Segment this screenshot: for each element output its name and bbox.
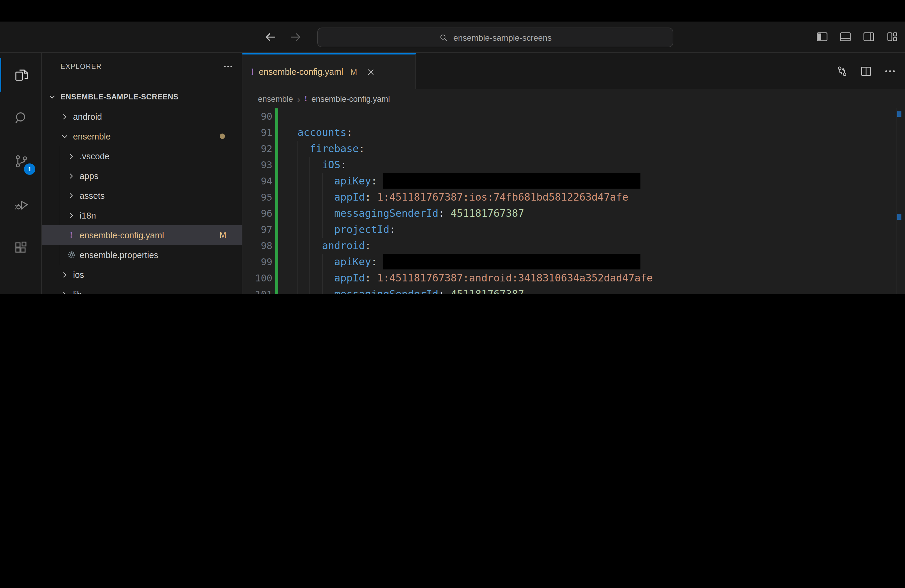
colon: : <box>359 143 365 154</box>
overview-ruler[interactable] <box>896 108 905 294</box>
command-center-search[interactable]: ensemble-sample-screens <box>317 27 673 47</box>
search-icon <box>13 110 29 126</box>
item-label: apps <box>79 171 98 181</box>
code-line-90[interactable]: 90 <box>243 108 905 124</box>
line-number: 95 <box>243 189 272 205</box>
toggle-secondary-sidebar-icon[interactable] <box>862 30 876 44</box>
tree-root-ensemble-sample-screens[interactable]: ENSEMBLE-SAMPLE-SCREENS <box>42 87 242 106</box>
colon: : <box>438 207 451 219</box>
breadcrumb-file[interactable]: ensemble-config.yaml <box>311 94 390 103</box>
toggle-primary-sidebar-icon[interactable] <box>815 30 829 44</box>
tree-item-lib[interactable]: lib <box>42 284 242 294</box>
tab-ensemble-config-yaml[interactable]: ! ensemble-config.yaml M <box>243 53 416 89</box>
colon: : <box>340 159 346 171</box>
extensions-icon <box>13 239 29 255</box>
git-added-gutter <box>275 157 278 173</box>
tab-modified-badge: M <box>351 67 357 76</box>
code-editor[interactable]: 90 91 accounts: 92 firebase: 93 iOS: 94 <box>243 108 905 294</box>
chevron-down-icon <box>60 132 70 141</box>
search-label: ensemble-sample-screens <box>453 33 552 42</box>
activitybar-search[interactable] <box>0 96 42 140</box>
activity-bar: 1 <box>0 53 42 294</box>
chevron-down-icon <box>47 92 57 102</box>
code-line-91[interactable]: 91 accounts: <box>243 124 905 141</box>
code-line-94[interactable]: 94 apiKey: <box>243 173 905 189</box>
layout-controls <box>815 22 899 52</box>
tab-bar: ! ensemble-config.yaml M <box>243 53 905 89</box>
yaml-key: messagingSenderId <box>334 288 438 294</box>
tree-item-ensemble-properties[interactable]: ensemble.properties <box>42 245 242 265</box>
activitybar-explorer[interactable] <box>0 53 42 96</box>
customize-layout-icon[interactable] <box>885 30 899 44</box>
chevron-right-icon <box>67 191 76 200</box>
history-nav <box>264 22 303 52</box>
tree-item-i18n[interactable]: i18n <box>42 205 242 225</box>
tree-item-ios[interactable]: ios <box>42 265 242 284</box>
colon: : <box>389 223 395 235</box>
yaml-key: iOS <box>322 159 340 171</box>
yaml-key: messagingSenderId <box>334 207 438 219</box>
yaml-key: apiKey <box>334 175 371 187</box>
tree-item-android[interactable]: android <box>42 106 242 126</box>
code-line-95[interactable]: 95 appId: 1:451181767387:ios:74fb681bd58… <box>243 189 905 205</box>
explorer-title: EXPLORER <box>60 63 102 70</box>
chevron-right-icon <box>67 151 76 161</box>
yaml-key: accounts <box>297 126 346 138</box>
overview-mark <box>897 111 902 117</box>
tree-item-ensemble-config-yaml[interactable]: ! ensemble-config.yaml M <box>42 225 242 245</box>
tree-item-apps[interactable]: apps <box>42 166 242 186</box>
yaml-value: 1:451181767387:ios:74fb681bd5812263d47af… <box>377 191 628 203</box>
back-arrow-icon[interactable] <box>264 30 278 44</box>
tree-item-vscode[interactable]: .vscode <box>42 146 242 166</box>
explorer-sidebar: EXPLORER ENSEMBLE-SAMPLE-SCREENS android <box>42 53 243 294</box>
tree-item-ensemble[interactable]: ensemble <box>42 126 242 146</box>
split-editor-icon[interactable] <box>859 65 873 78</box>
line-number: 100 <box>243 270 272 286</box>
code-line-98[interactable]: 98 android: <box>243 238 905 254</box>
explorer-more-actions-icon[interactable] <box>223 61 233 72</box>
breadcrumb: ensemble › ! ensemble-config.yaml <box>243 89 905 108</box>
git-added-gutter <box>275 108 278 124</box>
item-label: ensemble-config.yaml <box>79 230 164 240</box>
code-line-100[interactable]: 100 appId: 1:451181767387:android:341831… <box>243 270 905 286</box>
yaml-file-icon: ! <box>67 230 76 240</box>
item-label: android <box>73 112 102 121</box>
code-line-93[interactable]: 93 iOS: <box>243 157 905 173</box>
code-line-99[interactable]: 99 apiKey: <box>243 254 905 270</box>
code-line-96[interactable]: 96 messagingSenderId: 451181767387 <box>243 205 905 222</box>
tree-item-assets[interactable]: assets <box>42 186 242 205</box>
colon: : <box>371 175 383 187</box>
activitybar-run-debug[interactable] <box>0 183 42 226</box>
git-added-gutter <box>275 254 278 270</box>
workbench: 1 <box>0 53 905 294</box>
close-icon[interactable] <box>365 67 376 77</box>
yaml-value: 451181767387 <box>451 207 524 219</box>
line-number: 97 <box>243 222 272 238</box>
item-label: lib <box>73 289 82 294</box>
open-changes-icon[interactable] <box>835 65 849 78</box>
line-number: 94 <box>243 173 272 189</box>
chevron-right-icon <box>60 112 70 121</box>
code-line-92[interactable]: 92 firebase: <box>243 141 905 157</box>
item-label: assets <box>79 191 105 200</box>
yaml-value: 1:451181767387:android:3418310634a352dad… <box>377 272 653 284</box>
window-top-strip <box>0 0 905 22</box>
line-number: 98 <box>243 238 272 254</box>
yaml-key: appId <box>334 272 365 284</box>
git-added-gutter <box>275 124 278 141</box>
activitybar-source-control[interactable]: 1 <box>0 140 42 183</box>
colon: : <box>365 272 377 284</box>
forward-arrow-icon[interactable] <box>289 30 303 44</box>
item-label: i18n <box>79 210 96 220</box>
more-actions-icon[interactable] <box>883 65 897 78</box>
toggle-panel-icon[interactable] <box>838 30 852 44</box>
breadcrumb-folder[interactable]: ensemble <box>258 94 293 103</box>
chevron-right-icon <box>60 289 70 294</box>
activitybar-extensions[interactable] <box>0 226 42 269</box>
git-added-gutter <box>275 270 278 286</box>
code-line-97[interactable]: 97 projectId: <box>243 222 905 238</box>
code-line-101[interactable]: 101 messagingSenderId: 451181767387 <box>243 286 905 294</box>
chevron-right-icon <box>67 210 76 220</box>
item-label: .vscode <box>79 151 110 161</box>
git-added-gutter <box>275 222 278 238</box>
